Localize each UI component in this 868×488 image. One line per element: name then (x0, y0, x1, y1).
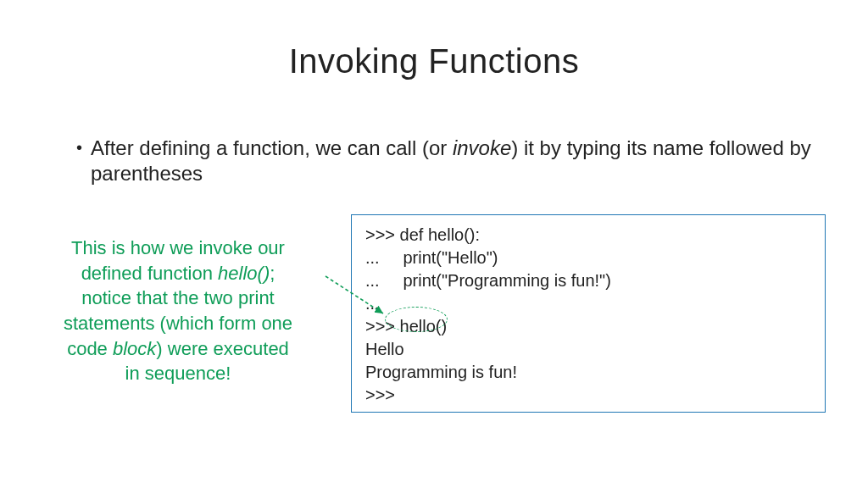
annotation-line-5: code block) were executed (32, 336, 324, 362)
annotation-line-3: notice that the two print (32, 286, 324, 311)
code-line-8: >>> (365, 384, 811, 407)
slide: Invoking Functions • After defining a fu… (0, 0, 868, 488)
code-line-7: Programming is fun! (365, 361, 811, 384)
bullet-pre: After defining a function, we can call (… (91, 136, 453, 159)
bullet-italic: invoke (453, 136, 511, 159)
slide-title: Invoking Functions (0, 0, 868, 80)
annotation-line-6: in sequence! (32, 361, 324, 386)
code-line-5: >>> hello() (365, 315, 811, 338)
annotation-line-1: This is how we invoke our (32, 236, 324, 261)
annotation-text: This is how we invoke our defined functi… (32, 236, 324, 386)
code-box: >>> def hello(): ... print("Hello") ... … (351, 214, 826, 413)
annotation-line-2: defined function hello(); (32, 261, 324, 286)
bullet-dot: • (76, 136, 82, 159)
annotation-line-4: statements (which form one (32, 311, 324, 336)
code-line-3: ... print("Programming is fun!") (365, 269, 811, 292)
code-line-4: ... (365, 292, 811, 315)
annotation-l5b: ) were executed (156, 338, 289, 359)
annotation-l2a: defined function (81, 263, 218, 284)
annotation-l5i: block (113, 338, 156, 359)
code-line-1: >>> def hello(): (365, 224, 811, 247)
bullet-item: • After defining a function, we can call… (76, 136, 817, 186)
annotation-l2i: hello() (218, 263, 270, 284)
annotation-l2b: ; (270, 263, 275, 284)
bullet-text: After defining a function, we can call (… (91, 136, 817, 186)
code-line-2: ... print("Hello") (365, 247, 811, 269)
code-line-6: Hello (365, 338, 811, 361)
annotation-l5a: code (67, 338, 113, 359)
